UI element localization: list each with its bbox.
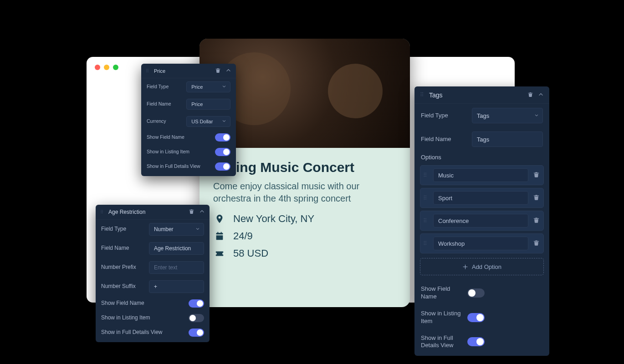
collapse-panel-button[interactable] — [199, 208, 205, 216]
show-in-full-label: Show in Full Details View — [421, 334, 467, 350]
chevron-down-icon — [195, 226, 200, 233]
drag-handle-icon[interactable] — [423, 217, 429, 225]
currency-value: US Dollar — [191, 119, 213, 124]
currency-select[interactable]: US Dollar — [186, 116, 230, 127]
field-type-label: Field Type — [421, 112, 467, 120]
show-in-listing-toggle[interactable] — [467, 313, 485, 322]
show-in-full-toggle[interactable] — [189, 329, 204, 337]
panel-tags: Tags Field Type Tags Field Name Tags Opt… — [414, 86, 549, 356]
chevron-down-icon — [222, 84, 226, 90]
number-suffix-input[interactable]: + — [149, 280, 204, 293]
ticket-icon — [213, 248, 226, 258]
option-input[interactable]: Sport — [433, 191, 528, 205]
show-field-name-label: Show Field Name — [147, 134, 215, 141]
field-name-value: Tags — [477, 136, 489, 143]
field-type-select[interactable]: Tags — [472, 108, 543, 123]
collapse-panel-button[interactable] — [538, 91, 544, 99]
add-option-button[interactable]: Add Option — [420, 258, 544, 275]
panel-age-title: Age Restriction — [108, 209, 185, 215]
field-name-input[interactable]: Price — [186, 99, 230, 110]
panel-tags-title: Tags — [429, 91, 524, 99]
listing-location-row: New York City, NY — [213, 213, 396, 225]
option-row: Conference — [420, 211, 544, 231]
listing-location: New York City, NY — [233, 213, 314, 225]
field-type-label: Field Type — [147, 84, 182, 90]
window-zoom-icon[interactable] — [113, 65, 118, 70]
show-in-listing-toggle[interactable] — [189, 314, 204, 322]
field-name-input[interactable]: Tags — [472, 131, 543, 147]
show-field-name-toggle[interactable] — [467, 288, 485, 298]
field-name-label: Field Name — [147, 101, 182, 107]
window-minimize-icon[interactable] — [104, 65, 109, 70]
number-suffix-value: + — [154, 283, 157, 290]
delete-option-button[interactable] — [533, 171, 540, 179]
listing-description: Come enjoy classical music with our orch… — [213, 180, 396, 205]
option-value: Music — [438, 172, 454, 179]
show-in-full-label: Show in Full Details View — [147, 163, 215, 170]
option-input[interactable]: Music — [433, 168, 528, 182]
panel-price: Price Field Type Price Field Name Price … — [141, 64, 236, 176]
drag-handle-icon[interactable] — [420, 91, 425, 99]
calendar-icon — [213, 231, 226, 241]
chevron-down-icon — [222, 119, 226, 124]
window-close-icon[interactable] — [95, 65, 100, 70]
number-suffix-label: Number Suffix — [101, 283, 144, 290]
delete-field-button[interactable] — [215, 67, 221, 74]
option-value: Conference — [438, 217, 469, 224]
field-name-label: Field Name — [421, 136, 467, 143]
drag-handle-icon[interactable] — [423, 172, 429, 179]
show-in-full-toggle[interactable] — [467, 337, 485, 346]
show-field-name-label: Show Field Name — [101, 300, 189, 307]
option-value: Sport — [438, 195, 452, 202]
show-in-full-label: Show in Full Details View — [101, 329, 189, 336]
show-field-name-toggle[interactable] — [189, 299, 204, 308]
option-value: Workshop — [438, 240, 465, 247]
show-in-full-toggle[interactable] — [215, 162, 230, 171]
delete-field-button[interactable] — [189, 208, 194, 216]
number-prefix-placeholder: Enter text — [154, 264, 177, 271]
field-name-value: Price — [191, 101, 203, 107]
option-row: Sport — [420, 188, 544, 208]
option-row: Music — [420, 165, 544, 185]
panel-price-title: Price — [154, 68, 211, 74]
show-field-name-toggle[interactable] — [215, 133, 230, 142]
collapse-panel-button[interactable] — [225, 67, 231, 74]
field-type-select[interactable]: Number — [149, 223, 204, 236]
number-prefix-input[interactable]: Enter text — [149, 261, 204, 274]
chevron-down-icon — [534, 112, 539, 119]
field-type-value: Price — [191, 84, 203, 90]
number-prefix-label: Number Prefix — [101, 264, 144, 271]
drag-handle-icon[interactable] — [423, 240, 429, 248]
show-in-listing-label: Show in Listing Item — [421, 310, 467, 325]
option-input[interactable]: Conference — [433, 214, 528, 228]
show-field-name-label: Show Field Name — [421, 285, 467, 301]
drag-handle-icon[interactable] — [100, 209, 105, 216]
delete-option-button[interactable] — [533, 217, 540, 225]
drag-handle-icon[interactable] — [146, 68, 150, 74]
delete-option-button[interactable] — [533, 194, 540, 202]
options-section-label: Options — [414, 151, 549, 162]
currency-label: Currency — [147, 118, 182, 125]
drag-handle-icon[interactable] — [423, 194, 429, 202]
delete-option-button[interactable] — [533, 239, 540, 248]
field-type-value: Tags — [477, 112, 489, 119]
listing-price: 58 USD — [233, 248, 268, 259]
add-option-label: Add Option — [472, 263, 501, 270]
delete-field-button[interactable] — [527, 91, 533, 99]
field-type-label: Field Type — [101, 226, 144, 233]
location-pin-icon — [213, 214, 226, 224]
field-name-value: Age Restriction — [154, 245, 191, 252]
field-name-input[interactable]: Age Restriction — [149, 242, 204, 255]
show-in-listing-label: Show in Listing Item — [101, 314, 189, 322]
field-type-value: Number — [154, 226, 174, 233]
option-input[interactable]: Workshop — [433, 237, 528, 250]
listing-title: Spring Music Concert — [213, 160, 396, 175]
field-type-select[interactable]: Price — [186, 81, 230, 92]
show-in-listing-toggle[interactable] — [215, 148, 230, 156]
listing-price-row: 58 USD — [213, 248, 396, 259]
show-in-listing-label: Show in Listing Item — [147, 149, 215, 155]
panel-age-restriction: Age Restriction Field Type Number Field … — [96, 205, 210, 342]
plus-icon — [462, 264, 468, 270]
listing-date: 24/9 — [233, 230, 253, 242]
field-name-label: Field Name — [101, 245, 144, 252]
